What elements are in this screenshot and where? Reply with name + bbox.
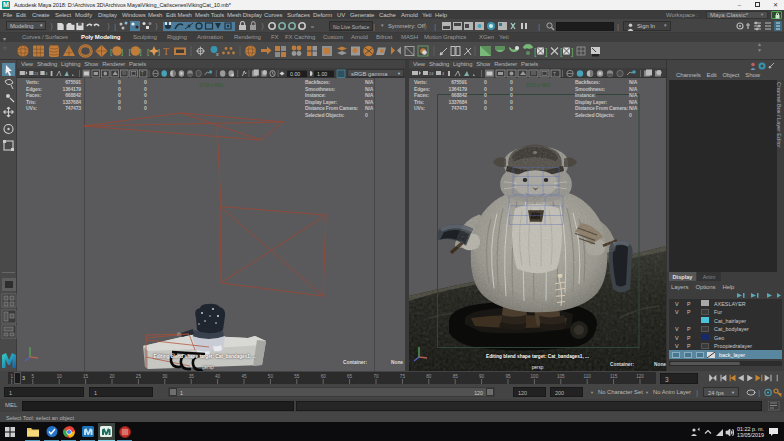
svg-text:45: 45 xyxy=(241,374,247,379)
svg-text:15: 15 xyxy=(83,374,89,379)
svg-text:T: T xyxy=(553,71,556,77)
svg-text:65: 65 xyxy=(347,374,353,379)
svg-text:105: 105 xyxy=(557,374,565,379)
svg-text:[: [ xyxy=(560,47,563,57)
svg-text:115: 115 xyxy=(610,374,618,379)
svg-text:35: 35 xyxy=(189,374,195,379)
svg-text:[: [ xyxy=(147,47,150,56)
svg-text:T: T xyxy=(163,46,169,57)
svg-text:25: 25 xyxy=(136,374,142,379)
svg-text:40: 40 xyxy=(215,374,221,379)
svg-text:[: [ xyxy=(534,47,537,57)
svg-text:85: 85 xyxy=(453,374,459,379)
svg-text:50: 50 xyxy=(268,374,274,379)
svg-text:75: 75 xyxy=(400,374,406,379)
svg-text:110: 110 xyxy=(584,374,592,379)
svg-text:4: 4 xyxy=(442,71,445,76)
svg-text:0.00: 0.00 xyxy=(290,71,300,77)
svg-text:]: ] xyxy=(158,47,160,56)
svg-text:20: 20 xyxy=(109,374,115,379)
svg-text:10: 10 xyxy=(57,374,63,379)
svg-text:30: 30 xyxy=(162,374,168,379)
svg-text:1.00: 1.00 xyxy=(317,71,327,77)
svg-text:x: x xyxy=(216,51,219,57)
svg-text:120: 120 xyxy=(636,374,644,379)
svg-text:4: 4 xyxy=(46,72,48,76)
svg-text:95: 95 xyxy=(505,374,511,379)
svg-text:24: 24 xyxy=(429,71,434,76)
svg-text:T: T xyxy=(141,71,144,76)
svg-text:100: 100 xyxy=(531,374,539,379)
svg-text:70: 70 xyxy=(373,374,379,379)
svg-text:5: 5 xyxy=(32,374,35,379)
svg-text:]: ] xyxy=(571,47,574,57)
svg-text:90: 90 xyxy=(479,374,485,379)
svg-text:1: 1 xyxy=(10,374,13,379)
svg-text:80: 80 xyxy=(426,374,432,379)
svg-text:55: 55 xyxy=(294,374,300,379)
svg-text:60: 60 xyxy=(321,374,327,379)
svg-text:24: 24 xyxy=(34,72,38,76)
svg-text:]: ] xyxy=(545,47,548,57)
